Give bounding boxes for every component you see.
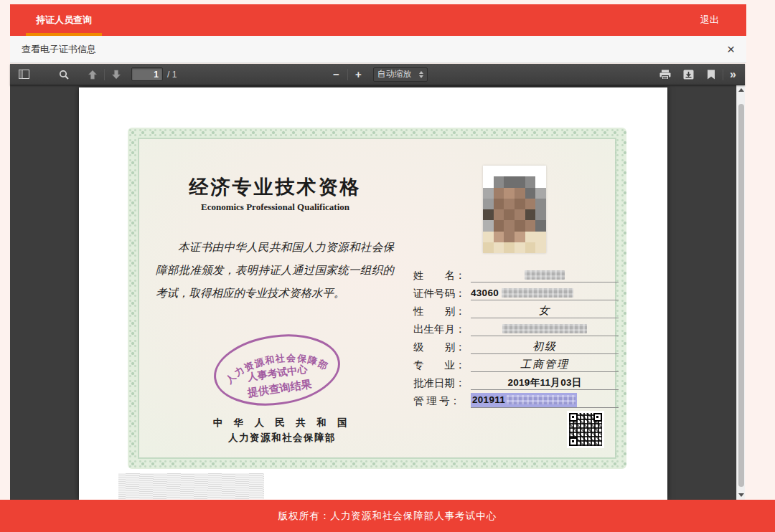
pdf-canvas-area: 经济专业技术资格 Economics Professional Qualific… — [10, 85, 745, 500]
logout-button[interactable]: 退出 — [700, 14, 719, 27]
panel-header: 查看电子证书信息 × — [10, 36, 746, 63]
sidebar-toggle-button[interactable] — [14, 66, 33, 83]
scroll-down-arrow-icon[interactable] — [737, 490, 745, 500]
pixelated-portrait-photo — [483, 166, 546, 253]
print-button[interactable] — [656, 66, 675, 83]
download-button[interactable] — [679, 66, 698, 83]
certificate-fields: 姓 名： 证件号码： 43060 性 别： 女 出生年月： — [413, 268, 619, 412]
redacted-management-block — [507, 395, 576, 404]
zoom-out-button[interactable]: − — [328, 68, 345, 80]
field-gender: 性 别： 女 — [413, 304, 619, 318]
field-management-number: 管 理 号： 201911 — [413, 394, 619, 408]
copyright-footer: 版权所有：人力资源和社会保障部人事考试中心 — [0, 500, 775, 532]
bookmark-button[interactable] — [702, 66, 720, 83]
certificate-title: 经济专业技术资格 — [151, 174, 399, 200]
select-spinner-icon — [419, 71, 423, 78]
sidebar-toggle-icon — [19, 70, 29, 79]
search-icon — [59, 70, 69, 80]
qr-code — [567, 411, 604, 448]
scroll-up-arrow-icon[interactable] — [737, 85, 745, 95]
zoom-mode-select[interactable]: 自动缩放 — [373, 67, 428, 82]
pdf-toolbar: / 1 − + 自动缩放 » — [10, 64, 745, 85]
page-number-input[interactable] — [131, 67, 163, 81]
download-icon — [683, 70, 694, 80]
field-approval-date: 批准日期： 2019年11月03日 — [413, 376, 619, 390]
issuer-ministry: 人力资源和社会保障部 — [210, 432, 354, 445]
svg-text:人力资源和社会保障部: 人力资源和社会保障部 — [220, 346, 332, 387]
pdf-page: 经济专业技术资格 Economics Professional Qualific… — [79, 87, 667, 500]
issuer-block: 中 华 人 民 共 和 国 人力资源和社会保障部 — [210, 417, 354, 445]
tab-label: 持证人员查询 — [36, 14, 92, 27]
copyright-text: 版权所有：人力资源和社会保障部人事考试中心 — [278, 510, 497, 523]
redacted-id-block — [502, 288, 573, 298]
page-count-label: / 1 — [167, 70, 177, 80]
toolbar-more-button[interactable]: » — [725, 68, 741, 81]
certificate: 经济专业技术资格 Economics Professional Qualific… — [128, 128, 626, 469]
seal-arc-text: 人力资源和社会保障部 — [220, 346, 332, 387]
certificate-subtitle: Economics Professional Qualification — [151, 201, 399, 213]
field-major: 专 业： 工商管理 — [413, 358, 619, 372]
panel-title: 查看电子证书信息 — [22, 43, 96, 56]
previous-page-button[interactable] — [83, 66, 102, 83]
arrow-down-icon — [111, 70, 121, 80]
zoom-mode-value: 自动缩放 — [377, 68, 412, 80]
qr-finder-icon — [569, 413, 578, 422]
pdf-viewer: / 1 − + 自动缩放 » — [10, 64, 745, 500]
zoom-controls: − + 自动缩放 — [328, 67, 428, 82]
arrow-up-icon — [88, 70, 98, 80]
verification-seal: 人力资源和社会保障部 人事考试中心 提供查询结果 — [207, 325, 347, 415]
bookmark-icon — [707, 70, 715, 80]
issuer-country: 中 华 人 民 共 和 国 — [210, 417, 354, 429]
field-name: 姓 名： — [413, 268, 619, 282]
selected-management-number: 201911 — [471, 393, 577, 407]
scrollbar-thumb[interactable] — [738, 104, 744, 487]
next-page-button[interactable] — [107, 66, 126, 83]
field-level: 级 别： 初级 — [413, 340, 619, 354]
blurred-signature-area — [118, 473, 264, 499]
field-birth-date: 出生年月： — [413, 322, 619, 336]
app-header-bar: 持证人员查询 退出 — [10, 4, 746, 36]
qr-finder-icon — [593, 413, 602, 422]
redacted-name-block — [525, 270, 565, 280]
close-icon[interactable]: × — [727, 42, 735, 56]
qr-finder-icon — [569, 437, 578, 446]
viewer-scrollbar[interactable] — [736, 85, 745, 500]
search-button[interactable] — [55, 66, 73, 83]
printer-icon — [659, 70, 671, 80]
tab-certificate-holder-query[interactable]: 持证人员查询 — [26, 4, 102, 36]
certificate-body-text: 本证书由中华人民共和国人力资源和社会保障部批准颁发，表明持证人通过国家统一组织的… — [156, 236, 394, 304]
zoom-in-button[interactable]: + — [350, 68, 367, 80]
redacted-birth-block — [502, 324, 587, 333]
field-id-number: 证件号码： 43060 — [413, 286, 619, 300]
